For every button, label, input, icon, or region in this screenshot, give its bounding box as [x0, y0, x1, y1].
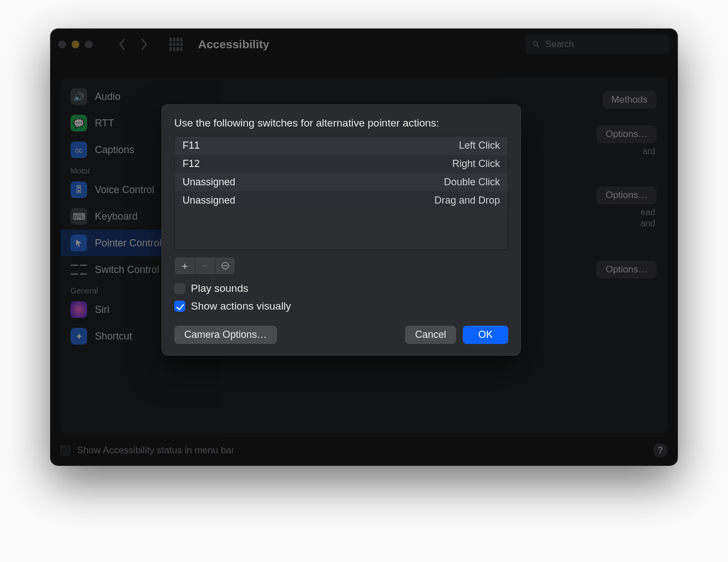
cancel-button[interactable]: Cancel: [405, 326, 456, 344]
ok-button[interactable]: OK: [463, 326, 508, 344]
more-actions-button[interactable]: [215, 257, 235, 274]
ellipsis-icon: [221, 261, 230, 270]
table-filler: [175, 210, 508, 250]
switch-key: Unassigned: [183, 176, 235, 188]
show-visually-label: Show actions visually: [191, 300, 291, 312]
table-row[interactable]: F12 Right Click: [175, 155, 508, 173]
system-preferences-window: Accessibility 🔊 Audio 💬 RTT ㏄ Capti: [50, 29, 678, 465]
switch-action: Left Click: [459, 140, 500, 151]
camera-options-button[interactable]: Camera Options…: [174, 326, 277, 344]
switch-action: Double Click: [444, 176, 500, 188]
switch-action: Right Click: [452, 158, 500, 170]
remove-switch-button[interactable]: −: [195, 257, 215, 274]
switch-key: Unassigned: [183, 195, 235, 206]
show-visually-checkbox[interactable]: [174, 301, 185, 312]
add-switch-button[interactable]: ＋: [175, 257, 195, 274]
table-row[interactable]: Unassigned Double Click: [175, 173, 508, 191]
switch-table: F11 Left Click F12 Right Click Unassigne…: [174, 136, 508, 250]
svg-point-4: [225, 265, 226, 266]
play-sounds-row: Play sounds: [174, 282, 508, 295]
table-controls: ＋ −: [174, 257, 235, 275]
show-visually-row: Show actions visually: [174, 300, 508, 312]
play-sounds-label: Play sounds: [191, 282, 249, 295]
switch-action: Drag and Drop: [434, 195, 500, 206]
svg-point-3: [223, 265, 224, 266]
alternative-pointer-actions-sheet: Use the following switches for alternati…: [161, 104, 521, 356]
table-row[interactable]: F11 Left Click: [175, 136, 508, 155]
switch-key: F11: [183, 140, 200, 151]
sheet-title: Use the following switches for alternati…: [174, 117, 508, 129]
sheet-buttons: Camera Options… Cancel OK: [174, 326, 508, 344]
table-row[interactable]: Unassigned Drag and Drop: [175, 191, 508, 210]
svg-point-5: [226, 265, 227, 266]
switch-key: F12: [183, 158, 200, 170]
play-sounds-checkbox[interactable]: [174, 283, 185, 294]
